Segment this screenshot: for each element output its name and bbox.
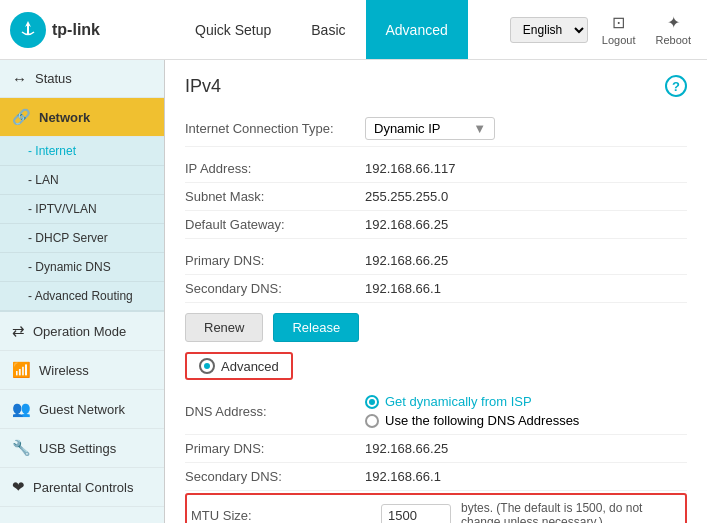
dns-radio-isp[interactable]: Get dynamically from ISP [365,394,579,409]
reboot-icon: ✦ [667,13,680,32]
sidebar-item-network[interactable]: 🔗 Network [0,98,164,137]
primary-dns-label: Primary DNS: [185,253,365,268]
dns-address-row: DNS Address: Get dynamically from ISP Us… [185,388,687,435]
top-right: English ⊡ Logout ✦ Reboot [510,11,697,48]
primary-dns-row: Primary DNS: 192.168.66.25 [185,247,687,275]
conn-type-label: Internet Connection Type: [185,121,365,136]
dns-address-label: DNS Address: [185,404,365,419]
content-area: IPv4 ? Internet Connection Type: Dynamic… [165,60,707,523]
page-title: IPv4 [185,76,221,97]
subnet-mask-label: Subnet Mask: [185,189,365,204]
sidebar-sub-ddns[interactable]: - Dynamic DNS [0,253,164,282]
status-icon: ↔ [12,70,27,87]
sidebar-item-parental-controls[interactable]: ❤ Parental Controls [0,468,164,507]
logout-button[interactable]: ⊡ Logout [596,11,642,48]
renew-button[interactable]: Renew [185,313,263,342]
primary-dns2-value: 192.168.66.25 [365,441,448,456]
guest-network-icon: 👥 [12,400,31,418]
usb-settings-icon: 🔧 [12,439,31,457]
primary-dns2-label: Primary DNS: [185,441,365,456]
nav-tabs: Quick Setup Basic Advanced [175,0,510,59]
secondary-dns-label: Secondary DNS: [185,281,365,296]
conn-type-select[interactable]: Dynamic IP ▼ [365,117,495,140]
primary-dns-value: 192.168.66.25 [365,253,448,268]
sidebar-item-guest-network[interactable]: 👥 Guest Network [0,390,164,429]
sidebar-sub-iptv[interactable]: - IPTV/VLAN [0,195,164,224]
language-select[interactable]: English [510,17,588,43]
dns-radio-manual[interactable]: Use the following DNS Addresses [365,413,579,428]
ip-address-label: IP Address: [185,161,365,176]
sidebar-sub-lan[interactable]: - LAN [0,166,164,195]
subnet-mask-value: 255.255.255.0 [365,189,448,204]
top-bar: tp-link Quick Setup Basic Advanced Engli… [0,0,707,60]
secondary-dns2-label: Secondary DNS: [185,469,365,484]
sidebar-item-usb-settings[interactable]: 🔧 USB Settings [0,429,164,468]
main-layout: ↔ Status 🔗 Network - Internet - LAN - IP… [0,60,707,523]
gateway-label: Default Gateway: [185,217,365,232]
help-icon[interactable]: ? [665,75,687,97]
release-button[interactable]: Release [273,313,359,342]
tab-basic[interactable]: Basic [291,0,365,59]
page-title-row: IPv4 ? [185,75,687,97]
sidebar-sub-dhcp[interactable]: - DHCP Server [0,224,164,253]
network-submenu: - Internet - LAN - IPTV/VLAN - DHCP Serv… [0,137,164,312]
toggle-circle-icon [199,358,215,374]
secondary-dns-row: Secondary DNS: 192.168.66.1 [185,275,687,303]
wireless-icon: 📶 [12,361,31,379]
mtu-note: bytes. (The default is 1500, do not chan… [461,501,685,523]
gateway-row: Default Gateway: 192.168.66.25 [185,211,687,239]
mtu-row: MTU Size: bytes. (The default is 1500, d… [185,493,687,523]
renew-release-group: Renew Release [185,313,687,342]
sidebar-item-wireless[interactable]: 📶 Wireless [0,351,164,390]
svg-rect-0 [27,25,29,35]
reboot-button[interactable]: ✦ Reboot [650,11,697,48]
conn-type-dropdown-arrow: ▼ [473,121,486,136]
mtu-input[interactable] [381,504,451,524]
tab-advanced[interactable]: Advanced [366,0,468,59]
advanced-toggle-button[interactable]: Advanced [185,352,293,380]
primary-dns2-row: Primary DNS: 192.168.66.25 [185,435,687,463]
ip-address-value: 192.168.66.117 [365,161,455,176]
secondary-dns2-row: Secondary DNS: 192.168.66.1 [185,463,687,491]
network-icon: 🔗 [12,108,31,126]
sidebar-sub-internet[interactable]: - Internet [0,137,164,166]
advanced-section: Advanced [185,352,687,380]
sidebar-item-operation-mode[interactable]: ⇄ Operation Mode [0,312,164,351]
toggle-dot [204,363,210,369]
tab-quick-setup[interactable]: Quick Setup [175,0,291,59]
dns-radio-group: Get dynamically from ISP Use the followi… [365,394,579,428]
radio-manual-icon [365,414,379,428]
mtu-label: MTU Size: [191,508,371,523]
secondary-dns-value: 192.168.66.1 [365,281,441,296]
gateway-value: 192.168.66.25 [365,217,448,232]
sidebar-item-status[interactable]: ↔ Status [0,60,164,98]
subnet-mask-row: Subnet Mask: 255.255.255.0 [185,183,687,211]
ip-address-row: IP Address: 192.168.66.117 [185,155,687,183]
sidebar-sub-adv-routing[interactable]: - Advanced Routing [0,282,164,311]
sidebar: ↔ Status 🔗 Network - Internet - LAN - IP… [0,60,165,523]
radio-isp-icon [365,395,379,409]
brand-name: tp-link [52,21,100,39]
operation-mode-icon: ⇄ [12,322,25,340]
logo-area: tp-link [10,12,175,48]
tp-link-logo-icon [10,12,46,48]
secondary-dns2-value: 192.168.66.1 [365,469,441,484]
parental-controls-icon: ❤ [12,478,25,496]
logout-icon: ⊡ [612,13,625,32]
conn-type-row: Internet Connection Type: Dynamic IP ▼ [185,111,687,147]
